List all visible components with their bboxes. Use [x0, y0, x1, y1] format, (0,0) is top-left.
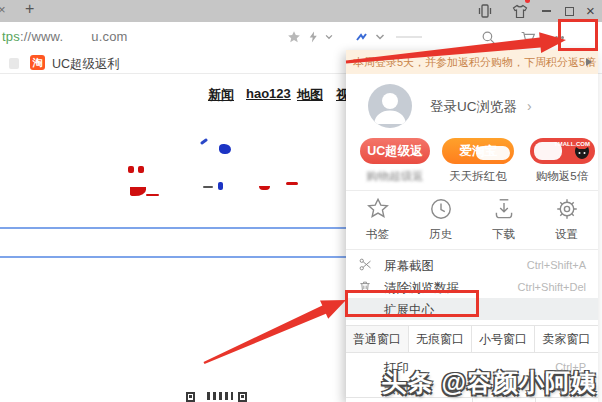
bookmark-item[interactable]: UC超级返利	[52, 56, 120, 73]
taobao-icon: 淘	[30, 55, 45, 70]
menu-settings[interactable]: 设置	[535, 196, 598, 242]
qr-code-fragment	[207, 392, 233, 400]
erased-extension-icon[interactable]	[352, 27, 372, 47]
notification-dot	[525, 0, 530, 3]
promo-aitaobao[interactable]: 爱淘宝	[442, 138, 514, 164]
annotation-box-extension-center	[345, 290, 479, 317]
tab-close-icon[interactable]: ×	[0, 2, 6, 17]
watermark-text: 头条 @容颜小阿姨	[382, 366, 597, 399]
login-label: 登录UC浏览器	[430, 99, 517, 114]
url-rest: ://www.	[20, 29, 63, 44]
quick-label: 下载	[472, 227, 535, 242]
favorite-star-icon[interactable]	[284, 27, 304, 47]
main-menu-dropdown: 本周登录5天，并参加返积分购物，下周积分返5倍 登录UC浏览器› UC超级返 爱…	[346, 50, 598, 402]
window-modes-row: 普通窗口 无痕窗口 小号窗口 卖家窗口	[346, 325, 598, 353]
divider	[346, 249, 598, 250]
nav-link-news[interactable]: 新闻	[208, 86, 234, 104]
new-tab-button[interactable]: +	[25, 0, 34, 18]
bookmark-star-icon	[365, 196, 391, 222]
skin-theme-icon[interactable]	[512, 0, 528, 22]
divider	[346, 190, 598, 191]
chevron-right-icon: ›	[527, 98, 532, 114]
menu-history[interactable]: 历史	[409, 196, 472, 242]
menu-item-label: 屏幕截图	[384, 258, 434, 275]
logo-fragment	[218, 182, 223, 190]
search-icon[interactable]	[478, 27, 498, 47]
chevron-down-icon[interactable]	[319, 27, 339, 47]
erased-area	[476, 146, 510, 160]
address-bar[interactable]: tps://www.u.com	[2, 29, 128, 44]
login-link[interactable]: 登录UC浏览器›	[430, 98, 532, 116]
menu-downloads[interactable]: 下载	[472, 196, 535, 242]
minimize-button[interactable]	[542, 0, 551, 22]
quick-label: 书签	[346, 227, 409, 242]
promo-tmall[interactable]: TMALL.COM	[530, 138, 595, 164]
mode-alt-account-window[interactable]: 小号窗口	[472, 326, 535, 352]
shopping-cart-icon[interactable]	[518, 27, 538, 47]
logo-fragment	[259, 186, 270, 190]
download-icon	[491, 196, 517, 222]
avatar[interactable]	[368, 84, 412, 128]
quick-label: 历史	[409, 227, 472, 242]
phone-sync-icon[interactable]	[478, 0, 492, 22]
mode-incognito-window[interactable]: 无痕窗口	[409, 326, 472, 352]
quick-label: 设置	[535, 227, 598, 242]
erased-bookmark-icon	[9, 58, 19, 69]
logo-fragment	[286, 182, 298, 185]
promo-label: 天天拆红包	[440, 169, 516, 185]
promo-uc-rebate[interactable]: UC超级返	[360, 138, 430, 164]
nav-link-map[interactable]: 地图	[297, 86, 323, 104]
tab-bar: × + ×	[0, 0, 602, 22]
tmall-cat-icon	[572, 145, 592, 161]
logo-fragment	[130, 187, 146, 196]
browser-window: × + × tps://www.u.com	[0, 0, 602, 402]
logo-fragment	[146, 194, 159, 196]
mode-seller-window[interactable]: 卖家窗口	[535, 326, 598, 352]
logo-fragment	[128, 166, 134, 173]
chevron-down-icon[interactable]	[370, 27, 390, 47]
settings-gear-icon	[554, 196, 580, 222]
erased-toolbar-item	[396, 27, 422, 47]
logo-fragment	[138, 166, 144, 173]
mode-normal-window[interactable]: 普通窗口	[346, 326, 409, 352]
url-tail: u.com	[91, 29, 127, 44]
promo-label: 购物返5倍	[526, 169, 598, 185]
nav-link-hao123[interactable]: hao123	[246, 86, 291, 101]
qr-code-fragment	[186, 392, 195, 402]
logo-fragment	[203, 186, 213, 188]
menu-bookmarks[interactable]: 书签	[346, 196, 409, 242]
banner-arrow-icon	[586, 58, 592, 66]
address-toolbar: tps://www.u.com	[0, 22, 602, 52]
logo-fragment	[200, 138, 208, 145]
search-box[interactable]	[0, 227, 350, 258]
annotation-box-menu-button	[558, 19, 598, 51]
scissors-icon	[358, 257, 373, 275]
menu-item-screenshot[interactable]: 屏幕截图 Ctrl+Shift+A	[346, 254, 598, 276]
shortcut-text: Ctrl+Shift+A	[527, 259, 586, 271]
history-clock-icon	[428, 196, 454, 222]
erased-area	[534, 142, 562, 160]
promo-label: 购物超级返	[356, 169, 434, 185]
shortcut-text: Ctrl+Shift+Del	[518, 281, 586, 293]
promo-banner[interactable]: 本周登录5天，并参加返积分购物，下周积分返5倍	[346, 50, 598, 74]
qr-code-fragment	[238, 392, 247, 402]
logo-fragment	[219, 144, 231, 154]
url-scheme: tps	[2, 29, 20, 44]
